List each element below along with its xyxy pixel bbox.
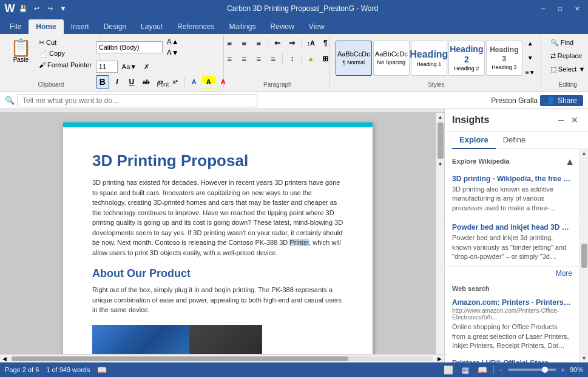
insights-vscroll-down[interactable]: ▼ <box>581 355 587 361</box>
cut-button[interactable]: ✂ Cut <box>36 38 95 48</box>
insights-content[interactable]: Explore Wikipedia ▲ 3D printing - Wikipe… <box>445 149 580 362</box>
scroll-thumb[interactable] <box>438 122 444 159</box>
indent-decrease-button[interactable]: ⇐ <box>271 36 284 50</box>
numbering-button[interactable]: ≡ <box>237 36 251 50</box>
italic-button[interactable]: I <box>110 75 124 88</box>
copy-button[interactable]: 📄 Copy <box>36 48 95 59</box>
zoom-thumb[interactable] <box>542 367 548 373</box>
insights-vscroll[interactable]: ▲ ▼ <box>580 149 588 362</box>
style-heading2[interactable]: Heading 2 Heading 2 <box>448 41 485 76</box>
replace-button[interactable]: ⇄ Replace <box>547 50 585 62</box>
tab-layout[interactable]: Layout <box>133 19 170 34</box>
underline-button[interactable]: U <box>125 75 138 88</box>
styles-more[interactable]: ≡▼ <box>524 66 537 79</box>
tab-mailings[interactable]: Mailings <box>221 19 263 34</box>
hscroll-right[interactable]: ▶ <box>435 356 444 362</box>
insights-result-0-title: 3D printing - Wikipedia, the free encyc <box>452 175 572 183</box>
font-size-input[interactable] <box>96 61 118 73</box>
doc-scroll[interactable]: 3D Printing Proposal 3D printing has exi… <box>0 113 436 354</box>
doc-vscroll[interactable]: ▲ ▼ <box>436 113 444 354</box>
insights-more-button[interactable]: More <box>445 267 580 280</box>
justify-button[interactable]: ≡ <box>266 52 280 65</box>
sort-button[interactable]: ↕A <box>304 36 317 50</box>
font-group: A▲ A▼ Aa▼ ✗ B I U ab x₂ x² A A A <box>103 35 224 89</box>
indent-increase-button[interactable]: ⇒ <box>285 36 299 50</box>
zoom-level[interactable]: 90% <box>570 366 583 373</box>
tab-review[interactable]: Review <box>263 19 301 34</box>
user-area[interactable]: Preston Gralla <box>491 96 538 105</box>
align-right-button[interactable]: ≡ <box>252 52 265 65</box>
tab-view[interactable]: View <box>302 19 332 34</box>
bullets-button[interactable]: ≡ <box>223 36 236 50</box>
insights-web-result-0[interactable]: Amazon.com: Printers - Printers & Acce h… <box>445 295 580 355</box>
insights-tab-define[interactable]: Define <box>496 132 533 149</box>
change-case-button[interactable]: Aa▼ <box>119 61 140 72</box>
style-no-spacing[interactable]: AaBbCcDc No Spacing <box>373 41 410 76</box>
proofing-icon[interactable]: 📖 <box>97 365 107 375</box>
font-name-input[interactable] <box>96 41 163 53</box>
style-heading3-label: Heading 3 <box>492 64 516 70</box>
word-count: 1 of 949 words <box>46 366 90 373</box>
text-effects-button[interactable]: A <box>188 75 201 88</box>
zoom-in-icon[interactable]: + <box>561 366 565 373</box>
zoom-slider[interactable] <box>508 369 556 371</box>
save-icon[interactable]: 💾 <box>18 4 28 13</box>
styles-scroll: ▲ ▼ ≡▼ <box>524 37 537 79</box>
show-hide-button[interactable]: ¶ <box>319 36 332 50</box>
multilevel-button[interactable]: ≡ <box>252 36 265 50</box>
styles-scroll-up[interactable]: ▲ <box>524 37 537 50</box>
close-button[interactable]: ✕ <box>571 2 583 15</box>
style-heading3[interactable]: Heading 3 Heading 3 <box>486 41 522 76</box>
strikethrough-button[interactable]: ab <box>140 75 153 88</box>
insights-close-button[interactable]: ✕ <box>569 114 581 126</box>
style-heading1[interactable]: Heading Heading 1 <box>411 41 447 76</box>
tab-file[interactable]: File <box>2 19 29 34</box>
insights-vscroll-thumb[interactable] <box>581 244 587 268</box>
tab-insert[interactable]: Insert <box>64 19 96 34</box>
share-icon: 👤 <box>546 96 555 105</box>
hscroll-left[interactable]: ◀ <box>0 356 9 362</box>
redo-icon[interactable]: ↪ <box>45 4 55 13</box>
undo-icon[interactable]: ↩ <box>32 4 41 13</box>
hscroll-thumb[interactable] <box>12 356 348 361</box>
decrease-font-button[interactable]: A▼ <box>164 47 182 58</box>
highlight-button[interactable]: A <box>202 75 215 88</box>
styles-scroll-down[interactable]: ▼ <box>524 52 537 65</box>
insights-result-0[interactable]: 3D printing - Wikipedia, the free encyc … <box>445 170 580 218</box>
align-center-button[interactable]: ≡ <box>237 52 251 65</box>
line-spacing-button[interactable]: ↕ <box>285 52 299 65</box>
insights-web-result-1[interactable]: Printers | HP® Official Store http://sto… <box>445 355 580 362</box>
insights-header: Insights ─ ✕ <box>445 109 588 132</box>
paste-button[interactable]: 📋 Paste <box>7 38 35 79</box>
increase-font-button[interactable]: A▲ <box>164 36 182 47</box>
insights-tab-explore[interactable]: Explore <box>452 132 496 149</box>
format-painter-button[interactable]: 🖌 Format Painter <box>36 59 95 70</box>
share-button[interactable]: 👤 Share <box>540 95 583 106</box>
insights-minimize-button[interactable]: ─ <box>555 114 567 126</box>
view-print-button[interactable]: ⬜ <box>442 364 455 375</box>
customize-qat-icon[interactable]: ▼ <box>58 4 68 13</box>
insights-scroll-up-btn[interactable]: ▲ <box>560 154 580 170</box>
find-button[interactable]: 🔍 Find <box>547 36 576 48</box>
tab-design[interactable]: Design <box>96 19 133 34</box>
borders-button[interactable]: ⊞ <box>319 52 332 65</box>
hscroll-track[interactable] <box>12 356 433 361</box>
style-normal[interactable]: AaBbCcDc ¶ Normal <box>336 41 372 76</box>
shading-button[interactable]: ▲ <box>304 52 317 65</box>
scroll-up-arrow[interactable]: ▲ <box>436 113 445 121</box>
zoom-out-icon[interactable]: − <box>499 366 502 373</box>
clear-format-button[interactable]: ✗ <box>141 61 152 72</box>
tab-references[interactable]: References <box>170 19 221 34</box>
view-read-button[interactable]: 📖 <box>476 364 488 375</box>
restore-button[interactable]: □ <box>554 2 566 15</box>
bold-button[interactable]: B <box>96 75 109 88</box>
select-button[interactable]: ⬚ Select ▼ <box>547 63 588 75</box>
view-web-button[interactable]: ▦ <box>459 364 471 375</box>
tab-home[interactable]: Home <box>29 19 63 34</box>
insights-vscroll-up[interactable]: ▲ <box>581 150 587 156</box>
superscript-button[interactable]: x² <box>169 75 182 88</box>
insights-result-1[interactable]: Powder bed and inkjet head 3D printin Po… <box>445 218 580 267</box>
scroll-down-arrow[interactable]: ▼ <box>436 160 445 168</box>
minimize-button[interactable]: ─ <box>537 2 549 15</box>
align-left-button[interactable]: ≡ <box>223 52 236 65</box>
